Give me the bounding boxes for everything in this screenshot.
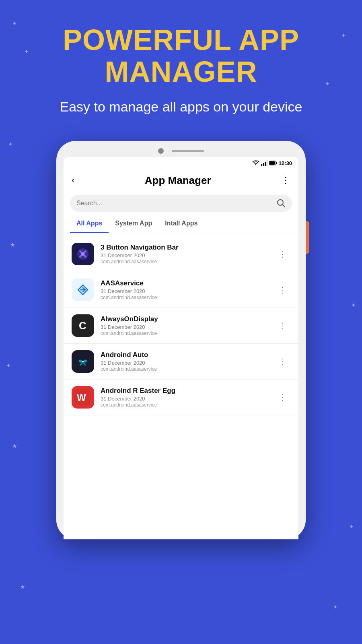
tabs-bar: All Apps System App Intall Apps — [64, 215, 298, 233]
app-date: 31 December 2020 — [101, 252, 276, 258]
phone-speaker — [172, 150, 204, 152]
svg-rect-0 — [261, 164, 262, 166]
app-package: com.androind.aasaservice — [101, 366, 276, 372]
app-package: com.androind.aasaservice — [101, 330, 276, 336]
subtitle: Easy to manage all apps on your device — [24, 97, 338, 117]
app-date: 31 December 2020 — [101, 396, 276, 402]
svg-point-10 — [81, 252, 84, 256]
app-list: 3 Button Navigation Bar 31 December 2020… — [64, 233, 298, 419]
app-info: Androind R Easter Egg 31 December 2020 c… — [101, 387, 276, 408]
status-bar: 12:30 — [64, 157, 298, 169]
tab-all-apps[interactable]: All Apps — [70, 215, 109, 233]
app-more-button[interactable]: ⋮ — [276, 319, 290, 332]
app-more-button[interactable]: ⋮ — [276, 248, 290, 260]
app-header: ‹ App Manager ⋮ — [64, 169, 298, 192]
tab-system-app[interactable]: System App — [109, 215, 158, 233]
app-date: 31 December 2020 — [101, 288, 276, 294]
search-icon — [277, 199, 286, 208]
app-icon-always-on: C — [72, 314, 94, 337]
phone-screen: 12:30 ‹ App Manager ⋮ All Apps — [64, 157, 298, 539]
back-button[interactable]: ‹ — [72, 175, 74, 186]
app-icon-aasa — [72, 279, 94, 301]
svg-rect-5 — [269, 161, 275, 165]
app-name: AlwaysOnDisplay — [101, 315, 276, 323]
phone-camera — [158, 148, 164, 154]
phone-top-bar — [64, 148, 298, 154]
phone-mockup: 12:30 ‹ App Manager ⋮ All Apps — [0, 141, 362, 539]
app-package: com.androind.aasaservice — [101, 259, 276, 264]
app-more-button[interactable]: ⋮ — [276, 355, 290, 368]
svg-rect-3 — [266, 160, 267, 166]
star-decoration: ✦ — [333, 604, 338, 610]
app-name: Androind Auto — [101, 351, 276, 359]
battery-icon — [269, 161, 277, 165]
app-item[interactable]: C AlwaysOnDisplay 31 December 2020 com.a… — [64, 308, 298, 344]
app-manager-title: App Manager — [145, 174, 211, 187]
app-more-button[interactable]: ⋮ — [276, 391, 290, 404]
app-date: 31 December 2020 — [101, 324, 276, 330]
app-package: com.androind.aasaservice — [101, 402, 276, 408]
app-info: AlwaysOnDisplay 31 December 2020 com.and… — [101, 315, 276, 336]
app-icon-easter-egg: W — [72, 386, 94, 409]
app-name: Androind R Easter Egg — [101, 387, 276, 395]
app-item[interactable]: AASAservice 31 December 2020 com.androin… — [64, 272, 298, 308]
status-time: 12:30 — [279, 160, 292, 166]
side-button — [306, 221, 309, 254]
svg-rect-1 — [263, 163, 264, 166]
phone-outer: 12:30 ‹ App Manager ⋮ All Apps — [56, 141, 306, 539]
hero-section: POWERFUL APPMANAGER Easy to manage all a… — [0, 0, 362, 133]
svg-text:W: W — [77, 392, 86, 403]
app-item[interactable]: 3 Button Navigation Bar 31 December 2020… — [64, 236, 298, 272]
app-info: AASAservice 31 December 2020 com.androin… — [101, 279, 276, 300]
app-more-button[interactable]: ⋮ — [276, 283, 290, 296]
status-icons: 12:30 — [252, 160, 292, 166]
svg-rect-2 — [265, 162, 266, 166]
search-input[interactable] — [76, 200, 273, 207]
svg-point-17 — [82, 361, 84, 362]
app-name: 3 Button Navigation Bar — [101, 244, 276, 252]
star-decoration: ★ — [20, 584, 25, 590]
app-package: com.androind.aasaservice — [101, 295, 276, 300]
app-info: 3 Button Navigation Bar 31 December 2020… — [101, 244, 276, 264]
main-title: POWERFUL APPMANAGER — [24, 24, 338, 88]
signal-icon — [261, 160, 267, 166]
search-bar[interactable] — [70, 195, 292, 212]
tab-install-apps[interactable]: Intall Apps — [158, 215, 204, 233]
wifi-icon — [252, 160, 259, 166]
svg-line-8 — [282, 204, 285, 207]
header-more-button[interactable]: ⋮ — [281, 175, 290, 186]
app-icon-3-button — [72, 243, 94, 265]
app-date: 31 December 2020 — [101, 360, 276, 366]
svg-text:C: C — [79, 320, 86, 332]
svg-rect-6 — [276, 162, 277, 164]
app-info: Androind Auto 31 December 2020 com.andro… — [101, 351, 276, 372]
app-icon-auto — [72, 350, 94, 373]
app-item[interactable]: W Androind R Easter Egg 31 December 2020… — [64, 380, 298, 415]
app-item[interactable]: Androind Auto 31 December 2020 com.andro… — [64, 344, 298, 380]
app-name: AASAservice — [101, 279, 276, 287]
